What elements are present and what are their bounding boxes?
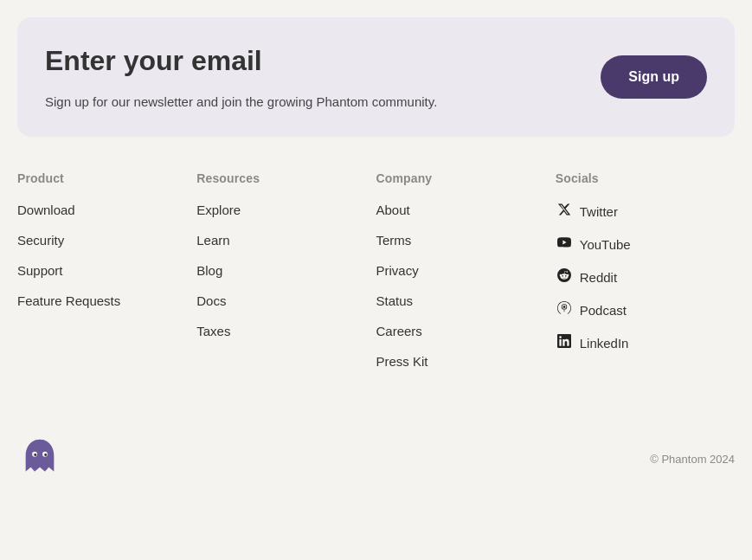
footer-link-support[interactable]: Support [17, 263, 188, 278]
signup-button[interactable]: Sign up [601, 55, 707, 99]
reddit-icon [556, 268, 573, 286]
footer-link-status[interactable]: Status [376, 293, 547, 308]
newsletter-text-block: Enter your email Sign up for our newslet… [45, 45, 437, 109]
newsletter-subtitle: Sign up for our newsletter and join the … [45, 94, 437, 109]
newsletter-card: Enter your email Sign up for our newslet… [17, 17, 735, 137]
copyright-text: © Phantom 2024 [650, 453, 735, 466]
phantom-logo [17, 436, 62, 481]
footer-link-terms[interactable]: Terms [376, 233, 547, 248]
social-link-twitter[interactable]: Twitter [556, 203, 726, 220]
product-column-title: Product [17, 171, 188, 185]
footer-link-press-kit[interactable]: Press Kit [376, 354, 547, 369]
socials-column-title: Socials [556, 171, 726, 185]
footer-link-download[interactable]: Download [17, 203, 188, 217]
footer-link-about[interactable]: About [376, 203, 547, 217]
footer-link-taxes[interactable]: Taxes [196, 324, 367, 338]
svg-point-3 [44, 454, 47, 456]
podcast-icon [556, 301, 573, 319]
footer-link-docs[interactable]: Docs [196, 293, 367, 308]
linkedin-icon [556, 334, 573, 351]
twitter-icon [556, 203, 573, 220]
footer-column-resources: Resources Explore Learn Blog Docs Taxes [196, 171, 376, 384]
footer-link-privacy[interactable]: Privacy [376, 263, 547, 278]
svg-point-2 [34, 454, 36, 456]
footer-link-blog[interactable]: Blog [196, 263, 367, 278]
company-column-title: Company [376, 171, 547, 185]
social-link-podcast[interactable]: Podcast [556, 301, 726, 319]
youtube-icon [556, 235, 573, 253]
footer-column-socials: Socials Twitter YouTube Reddit Podcast [556, 171, 735, 384]
footer-column-product: Product Download Security Support Featur… [17, 171, 196, 384]
social-link-youtube[interactable]: YouTube [556, 235, 726, 253]
social-link-linkedin[interactable]: LinkedIn [556, 334, 726, 351]
footer-link-feature-requests[interactable]: Feature Requests [17, 293, 188, 308]
social-link-reddit[interactable]: Reddit [556, 268, 726, 286]
resources-column-title: Resources [196, 171, 367, 185]
newsletter-title: Enter your email [45, 45, 437, 77]
footer-link-careers[interactable]: Careers [376, 324, 547, 338]
footer-link-learn[interactable]: Learn [196, 233, 367, 248]
footer-link-security[interactable]: Security [17, 233, 188, 248]
footer-link-explore[interactable]: Explore [196, 203, 367, 217]
footer-column-company: Company About Terms Privacy Status Caree… [376, 171, 556, 384]
footer-bottom: © Phantom 2024 [17, 419, 735, 481]
footer-columns: Product Download Security Support Featur… [17, 171, 735, 419]
